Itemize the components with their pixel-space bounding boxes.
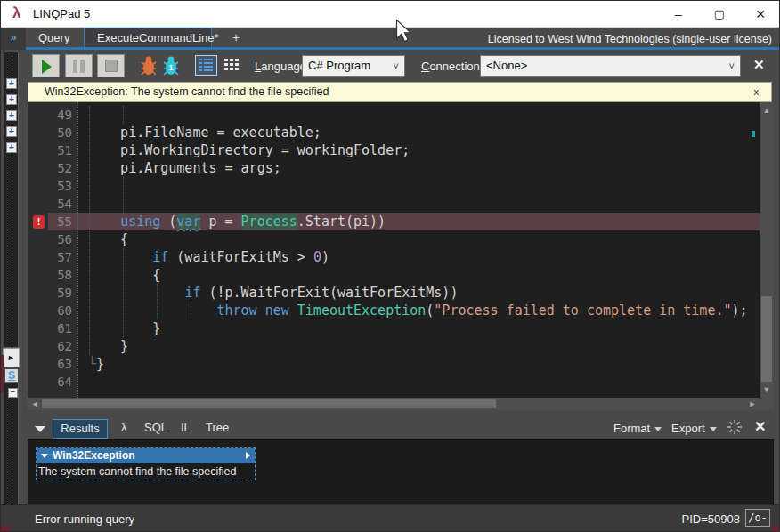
desktop-bleed [1, 526, 10, 532]
collapse-triangle-icon[interactable] [41, 454, 48, 458]
stop-button[interactable] [97, 54, 125, 77]
line-number: 63 [28, 355, 72, 373]
connection-select[interactable]: <None> ˅ [480, 55, 741, 77]
connection-label: Connection [421, 60, 480, 73]
pause-button[interactable] [65, 54, 93, 77]
code-line-53[interactable]: 53 [28, 177, 760, 195]
results-tab-λ[interactable]: λ [114, 419, 134, 439]
run-button[interactable] [32, 54, 60, 77]
chevron-down-icon [710, 427, 717, 431]
scrollbar-thumb[interactable] [42, 399, 496, 408]
code-line-50[interactable]: 50 pi.FileName = executable; [28, 124, 760, 141]
format-menu[interactable]: Format [613, 422, 662, 435]
results-pane-header: ResultsλSQLILTree Format Export ✕ [20, 410, 780, 439]
mouse-cursor [395, 19, 411, 43]
results-tab-il[interactable]: IL [174, 419, 195, 439]
data-grid-results-toggle[interactable] [222, 55, 244, 76]
code-editor[interactable]: 4950 pi.FileName = executable;51 pi.Work… [28, 102, 760, 398]
scrollbar-thumb[interactable] [761, 296, 772, 382]
editor-vertical-scrollbar[interactable]: ▲ ▼ [760, 102, 774, 398]
code-line-58[interactable]: 58 { [28, 266, 760, 284]
title-bar: λ LINQPad 5 – ▢ ✕ [1, 1, 779, 28]
code-line-64[interactable]: 64 [28, 373, 760, 391]
results-tab-tree[interactable]: Tree [199, 419, 236, 439]
rich-text-results-toggle[interactable] [195, 55, 217, 76]
lprun-badge[interactable]: /o- [745, 509, 770, 527]
expand-plus-icon[interactable]: + [6, 142, 17, 153]
code-line-63[interactable]: 63└} [28, 355, 760, 373]
error-banner-close-button[interactable]: x [754, 83, 760, 101]
expand-plus-icon[interactable]: + [6, 78, 17, 89]
scroll-right-icon[interactable]: ► [745, 398, 760, 410]
code-line-52[interactable]: 52 pi.Arguments = args; [28, 159, 760, 177]
chevron-down-icon: ˅ [729, 56, 735, 76]
query-tab-1[interactable]: Query 1 [26, 28, 82, 47]
scrollbar-annotation-marker [752, 131, 755, 137]
code-line-61[interactable]: 61 } [28, 319, 760, 337]
results-tab-sql[interactable]: SQL [137, 419, 169, 439]
status-message: Error running query [35, 512, 134, 526]
code-line-55[interactable]: 55 using (var p = Process.Start(pi)) [28, 213, 760, 230]
code-line-49[interactable]: 49 [28, 106, 760, 124]
code-text: { [88, 230, 128, 248]
code-line-57[interactable]: 57 if (waitForExitMs > 0) [28, 248, 760, 266]
code-line-51[interactable]: 51 pi.WorkingDirectory = workingFolder; [28, 141, 760, 159]
process-id-label: PID=50908 [682, 512, 740, 526]
export-menu[interactable]: Export [671, 422, 717, 435]
code-text: } [88, 319, 160, 337]
toolbar-close-button[interactable]: ✕ [753, 57, 765, 73]
debug-bug-icon[interactable] [139, 55, 158, 77]
line-number: 53 [28, 177, 72, 195]
code-text: if (waitForExitMs > 0) [88, 248, 329, 266]
exception-message: The system cannot find the file specifie… [37, 463, 255, 480]
line-number: 56 [28, 230, 72, 248]
connection-value: <None> [486, 59, 527, 72]
collapse-minus-icon[interactable]: − [8, 388, 18, 398]
undock-results-icon[interactable] [727, 419, 743, 435]
panel-link[interactable]: S [5, 369, 18, 382]
line-number: 50 [28, 124, 72, 141]
line-number: 52 [28, 159, 72, 177]
code-text: pi.FileName = executable; [88, 124, 321, 141]
maximize-button[interactable]: ▢ [704, 4, 735, 25]
close-button[interactable]: ✕ [745, 4, 776, 25]
exception-result-box[interactable]: Win32Exception The system cannot find th… [36, 447, 256, 480]
code-text: throw new TimeoutException("Process fail… [88, 302, 748, 319]
tab-overflow-chevron[interactable]: » [1, 28, 26, 50]
expand-plus-icon[interactable]: + [6, 94, 17, 105]
results-close-button[interactable]: ✕ [754, 418, 766, 435]
line-number: 51 [28, 141, 72, 159]
expand-triangle-icon[interactable] [246, 452, 250, 459]
code-line-62[interactable]: 62 } [28, 337, 760, 355]
expand-plus-icon[interactable]: + [6, 126, 17, 137]
scroll-left-icon[interactable]: ◄ [28, 398, 42, 410]
minimize-button[interactable]: – [663, 4, 694, 25]
error-banner: Win32Exception: The system cannot find t… [28, 82, 772, 102]
expand-plus-icon[interactable]: + [6, 110, 17, 121]
code-text: └} [88, 355, 104, 373]
scroll-down-icon[interactable]: ▼ [760, 383, 774, 396]
line-number: 57 [28, 248, 72, 266]
results-tab-results[interactable]: Results [53, 419, 108, 439]
line-number: 62 [28, 337, 72, 355]
editor-horizontal-scrollbar[interactable]: ◄ ► [28, 398, 760, 410]
code-line-59[interactable]: 59 if (!p.WaitForExit(waitForExitMs)) [28, 284, 760, 302]
panel-expand-arrow-button[interactable]: ► [3, 348, 20, 367]
code-text: } [88, 337, 128, 355]
scroll-up-icon[interactable]: ▲ [760, 104, 774, 117]
code-line-60[interactable]: 60 throw new TimeoutException("Process f… [28, 302, 760, 319]
error-marker-icon: ! [33, 215, 45, 229]
grid-rows-icon [196, 56, 216, 75]
code-line-54[interactable]: 54 [28, 195, 760, 213]
query-tab-2[interactable]: ExecuteCommandLine* [84, 28, 212, 47]
attach-debugger-bug-icon[interactable]: 1 [161, 55, 181, 77]
stop-icon [105, 60, 118, 72]
chevron-down-icon: ˅ [394, 56, 399, 76]
svg-text:1: 1 [168, 63, 173, 72]
exception-header[interactable]: Win32Exception [37, 448, 255, 463]
new-query-tab-button[interactable]: + [225, 28, 247, 47]
code-line-56[interactable]: 56 { [28, 230, 760, 248]
language-select[interactable]: C# Program ˅ [302, 55, 405, 77]
results-menu-arrow-icon[interactable] [35, 426, 45, 432]
desktop-bleed [772, 526, 780, 532]
